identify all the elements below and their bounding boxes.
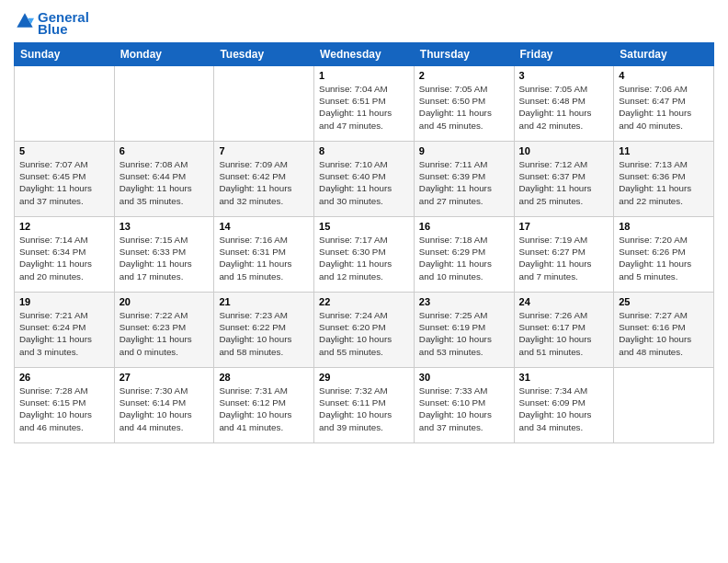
calendar-cell: 9Sunrise: 7:11 AM Sunset: 6:39 PM Daylig… — [414, 142, 514, 217]
calendar-cell: 8Sunrise: 7:10 AM Sunset: 6:40 PM Daylig… — [314, 142, 415, 217]
day-info: Sunrise: 7:16 AM Sunset: 6:31 PM Dayligh… — [219, 234, 309, 282]
day-number: 10 — [519, 145, 609, 156]
day-info: Sunrise: 7:24 AM Sunset: 6:20 PM Dayligh… — [319, 309, 409, 358]
day-info: Sunrise: 7:28 AM Sunset: 6:15 PM Dayligh… — [19, 385, 109, 433]
day-info: Sunrise: 7:27 AM Sunset: 6:16 PM Dayligh… — [619, 309, 709, 358]
calendar-cell: 27Sunrise: 7:30 AM Sunset: 6:14 PM Dayli… — [114, 368, 214, 443]
calendar-cell: 14Sunrise: 7:16 AM Sunset: 6:31 PM Dayli… — [214, 217, 314, 293]
calendar-cell: 5Sunrise: 7:07 AM Sunset: 6:45 PM Daylig… — [15, 142, 115, 217]
calendar-cell: 10Sunrise: 7:12 AM Sunset: 6:37 PM Dayli… — [514, 142, 614, 217]
calendar-header-row: SundayMondayTuesdayWednesdayThursdayFrid… — [15, 43, 714, 66]
day-info: Sunrise: 7:34 AM Sunset: 6:09 PM Dayligh… — [519, 385, 609, 433]
day-number: 11 — [619, 145, 709, 156]
calendar-cell — [614, 368, 714, 443]
calendar-table: SundayMondayTuesdayWednesdayThursdayFrid… — [14, 42, 714, 443]
day-number: 19 — [19, 296, 109, 307]
header-cell-wednesday: Wednesday — [314, 43, 415, 66]
day-number: 2 — [419, 70, 509, 81]
calendar-cell: 24Sunrise: 7:26 AM Sunset: 6:17 PM Dayli… — [514, 293, 614, 368]
calendar-cell: 31Sunrise: 7:34 AM Sunset: 6:09 PM Dayli… — [514, 368, 614, 443]
calendar-cell: 4Sunrise: 7:06 AM Sunset: 6:47 PM Daylig… — [614, 66, 714, 142]
day-info: Sunrise: 7:05 AM Sunset: 6:48 PM Dayligh… — [519, 83, 609, 132]
day-number: 21 — [219, 296, 309, 307]
day-number: 13 — [119, 221, 210, 232]
day-info: Sunrise: 7:17 AM Sunset: 6:30 PM Dayligh… — [319, 234, 409, 282]
day-info: Sunrise: 7:30 AM Sunset: 6:14 PM Dayligh… — [119, 385, 210, 433]
day-number: 27 — [119, 372, 210, 383]
day-number: 1 — [319, 70, 409, 81]
day-info: Sunrise: 7:05 AM Sunset: 6:50 PM Dayligh… — [419, 83, 509, 132]
day-info: Sunrise: 7:14 AM Sunset: 6:34 PM Dayligh… — [19, 234, 109, 282]
calendar-row-5: 26Sunrise: 7:28 AM Sunset: 6:15 PM Dayli… — [15, 368, 714, 443]
calendar-cell — [114, 66, 214, 142]
day-info: Sunrise: 7:12 AM Sunset: 6:37 PM Dayligh… — [519, 158, 609, 207]
calendar-cell: 6Sunrise: 7:08 AM Sunset: 6:44 PM Daylig… — [114, 142, 214, 217]
day-info: Sunrise: 7:32 AM Sunset: 6:11 PM Dayligh… — [319, 385, 409, 433]
header-cell-saturday: Saturday — [614, 43, 714, 66]
day-number: 15 — [319, 221, 409, 232]
logo-icon — [16, 12, 34, 30]
day-info: Sunrise: 7:26 AM Sunset: 6:17 PM Dayligh… — [519, 309, 609, 358]
day-number: 14 — [219, 221, 309, 232]
header-cell-sunday: Sunday — [15, 43, 115, 66]
day-number: 6 — [119, 145, 210, 156]
day-info: Sunrise: 7:04 AM Sunset: 6:51 PM Dayligh… — [319, 83, 409, 132]
calendar-cell: 23Sunrise: 7:25 AM Sunset: 6:19 PM Dayli… — [414, 293, 514, 368]
calendar-cell: 28Sunrise: 7:31 AM Sunset: 6:12 PM Dayli… — [214, 368, 314, 443]
day-number: 18 — [619, 221, 709, 232]
day-info: Sunrise: 7:10 AM Sunset: 6:40 PM Dayligh… — [319, 158, 409, 207]
calendar-cell: 29Sunrise: 7:32 AM Sunset: 6:11 PM Dayli… — [314, 368, 415, 443]
calendar-row-3: 12Sunrise: 7:14 AM Sunset: 6:34 PM Dayli… — [15, 217, 714, 293]
calendar-cell: 15Sunrise: 7:17 AM Sunset: 6:30 PM Dayli… — [314, 217, 415, 293]
day-number: 26 — [19, 372, 109, 383]
day-info: Sunrise: 7:09 AM Sunset: 6:42 PM Dayligh… — [219, 158, 309, 207]
day-number: 29 — [319, 372, 409, 383]
day-number: 8 — [319, 145, 409, 156]
day-number: 4 — [619, 70, 709, 81]
day-info: Sunrise: 7:31 AM Sunset: 6:12 PM Dayligh… — [219, 385, 309, 433]
day-number: 16 — [419, 221, 509, 232]
calendar-cell: 3Sunrise: 7:05 AM Sunset: 6:48 PM Daylig… — [514, 66, 614, 142]
calendar-cell: 7Sunrise: 7:09 AM Sunset: 6:42 PM Daylig… — [214, 142, 314, 217]
day-number: 25 — [619, 296, 709, 307]
day-info: Sunrise: 7:15 AM Sunset: 6:33 PM Dayligh… — [119, 234, 210, 282]
calendar-cell: 19Sunrise: 7:21 AM Sunset: 6:24 PM Dayli… — [15, 293, 115, 368]
day-number: 12 — [19, 221, 109, 232]
calendar-cell: 21Sunrise: 7:23 AM Sunset: 6:22 PM Dayli… — [214, 293, 314, 368]
calendar-cell: 18Sunrise: 7:20 AM Sunset: 6:26 PM Dayli… — [614, 217, 714, 293]
logo: General Blue — [14, 9, 89, 37]
header: General Blue — [14, 9, 714, 37]
day-info: Sunrise: 7:18 AM Sunset: 6:29 PM Dayligh… — [419, 234, 509, 282]
calendar-cell: 13Sunrise: 7:15 AM Sunset: 6:33 PM Dayli… — [114, 217, 214, 293]
calendar-cell: 16Sunrise: 7:18 AM Sunset: 6:29 PM Dayli… — [414, 217, 514, 293]
calendar-cell: 25Sunrise: 7:27 AM Sunset: 6:16 PM Dayli… — [614, 293, 714, 368]
day-number: 31 — [519, 372, 609, 383]
header-cell-friday: Friday — [514, 43, 614, 66]
day-number: 5 — [19, 145, 109, 156]
day-number: 20 — [119, 296, 210, 307]
calendar-cell: 20Sunrise: 7:22 AM Sunset: 6:23 PM Dayli… — [114, 293, 214, 368]
day-number: 23 — [419, 296, 509, 307]
calendar-cell: 11Sunrise: 7:13 AM Sunset: 6:36 PM Dayli… — [614, 142, 714, 217]
calendar-row-1: 1Sunrise: 7:04 AM Sunset: 6:51 PM Daylig… — [15, 66, 714, 142]
header-cell-monday: Monday — [114, 43, 214, 66]
calendar-cell: 17Sunrise: 7:19 AM Sunset: 6:27 PM Dayli… — [514, 217, 614, 293]
calendar-row-2: 5Sunrise: 7:07 AM Sunset: 6:45 PM Daylig… — [15, 142, 714, 217]
day-number: 17 — [519, 221, 609, 232]
day-info: Sunrise: 7:21 AM Sunset: 6:24 PM Dayligh… — [19, 309, 109, 358]
calendar-cell: 1Sunrise: 7:04 AM Sunset: 6:51 PM Daylig… — [314, 66, 415, 142]
day-number: 28 — [219, 372, 309, 383]
day-info: Sunrise: 7:33 AM Sunset: 6:10 PM Dayligh… — [419, 385, 509, 433]
day-number: 24 — [519, 296, 609, 307]
day-number: 9 — [419, 145, 509, 156]
calendar-cell: 30Sunrise: 7:33 AM Sunset: 6:10 PM Dayli… — [414, 368, 514, 443]
day-number: 7 — [219, 145, 309, 156]
day-info: Sunrise: 7:19 AM Sunset: 6:27 PM Dayligh… — [519, 234, 609, 282]
calendar-cell: 12Sunrise: 7:14 AM Sunset: 6:34 PM Dayli… — [15, 217, 115, 293]
page: General Blue SundayMondayTuesdayWednesda… — [0, 0, 728, 563]
day-number: 22 — [319, 296, 409, 307]
day-info: Sunrise: 7:13 AM Sunset: 6:36 PM Dayligh… — [619, 158, 709, 207]
day-info: Sunrise: 7:20 AM Sunset: 6:26 PM Dayligh… — [619, 234, 709, 282]
day-info: Sunrise: 7:23 AM Sunset: 6:22 PM Dayligh… — [219, 309, 309, 358]
calendar-cell: 2Sunrise: 7:05 AM Sunset: 6:50 PM Daylig… — [414, 66, 514, 142]
